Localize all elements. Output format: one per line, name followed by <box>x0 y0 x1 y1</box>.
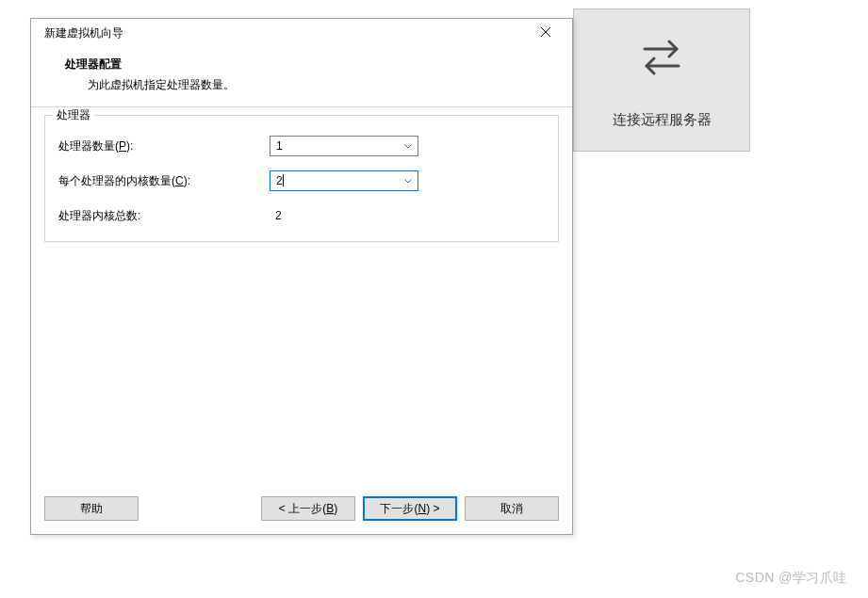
processor-count-combo[interactable]: 1 <box>270 136 418 156</box>
remote-server-label: 连接远程服务器 <box>613 111 712 129</box>
label-processor-count: 处理器数量(P): <box>58 138 270 154</box>
wizard-header: 处理器配置 为此虚拟机指定处理器数量。 <box>31 47 572 107</box>
transfer-icon <box>635 31 688 87</box>
close-icon <box>540 26 551 40</box>
help-button[interactable]: 帮助 <box>44 496 139 521</box>
next-button[interactable]: 下一步(N) > <box>363 496 457 521</box>
back-button[interactable]: < 上一步(B) <box>261 496 355 521</box>
row-cores-per-processor: 每个处理器的内核数量(C): 2 <box>58 168 545 194</box>
new-vm-wizard-dialog: 新建虚拟机向导 处理器配置 为此虚拟机指定处理器数量。 处理器 处理器数量(P)… <box>30 18 573 535</box>
watermark: CSDN @学习爪哇 <box>735 570 847 587</box>
cancel-button[interactable]: 取消 <box>465 496 559 521</box>
processor-group: 处理器 处理器数量(P): 1 每个处理器的内核数量(C): <box>44 115 559 242</box>
label-total-cores: 处理器内核总数: <box>58 208 270 224</box>
label-cores-per-processor: 每个处理器的内核数量(C): <box>58 173 270 189</box>
chevron-down-icon <box>401 144 416 149</box>
wizard-footer: 帮助 < 上一步(B) 下一步(N) > 取消 <box>31 483 572 534</box>
page-heading: 处理器配置 <box>65 57 553 73</box>
titlebar: 新建虚拟机向导 <box>31 19 572 47</box>
page-subheading: 为此虚拟机指定处理器数量。 <box>65 77 553 93</box>
processor-count-value: 1 <box>276 139 401 153</box>
remote-server-tile[interactable]: 连接远程服务器 <box>573 8 750 152</box>
dialog-title: 新建虚拟机向导 <box>44 25 123 41</box>
group-legend: 处理器 <box>53 107 94 123</box>
total-cores-value: 2 <box>270 209 418 222</box>
chevron-down-icon <box>401 179 416 184</box>
row-processor-count: 处理器数量(P): 1 <box>58 133 545 159</box>
row-total-cores: 处理器内核总数: 2 <box>58 202 545 229</box>
cores-per-processor-value: 2 <box>276 174 401 187</box>
close-button[interactable] <box>527 21 565 45</box>
cores-per-processor-combo[interactable]: 2 <box>270 170 418 191</box>
wizard-body: 处理器 处理器数量(P): 1 每个处理器的内核数量(C): <box>31 107 572 483</box>
